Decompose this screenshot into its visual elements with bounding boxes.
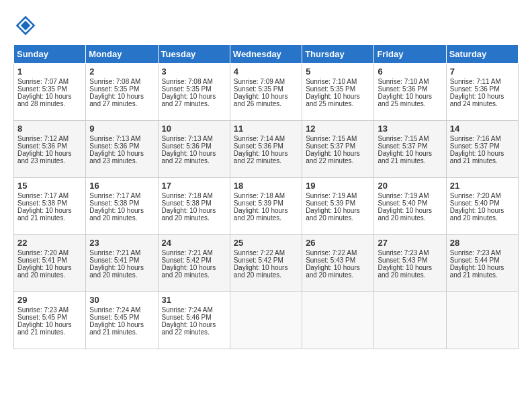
calendar-cell: 17Sunrise: 7:18 AMSunset: 5:38 PMDayligh… xyxy=(158,178,230,235)
calendar-cell: 30Sunrise: 7:24 AMSunset: 5:45 PMDayligh… xyxy=(86,292,158,349)
day-info-line: Sunset: 5:36 PM xyxy=(17,142,82,150)
day-info-line: Sunrise: 7:13 AM xyxy=(162,135,226,142)
logo-icon xyxy=(13,13,38,38)
day-info-line: Sunrise: 7:20 AM xyxy=(17,249,82,257)
day-info-line: and 23 minutes. xyxy=(17,157,82,165)
header xyxy=(13,13,519,38)
day-info-line: Sunset: 5:41 PM xyxy=(89,257,154,264)
day-info-line: Sunset: 5:36 PM xyxy=(378,85,442,93)
day-number: 23 xyxy=(89,238,154,248)
day-number: 22 xyxy=(17,238,82,248)
day-info-line: Sunrise: 7:17 AM xyxy=(17,192,82,199)
day-info-line: Sunset: 5:38 PM xyxy=(17,199,82,207)
day-number: 3 xyxy=(162,66,226,77)
day-info-line: and 20 minutes. xyxy=(162,214,226,222)
calendar-cell: 23Sunrise: 7:21 AMSunset: 5:41 PMDayligh… xyxy=(86,235,158,292)
day-info-line: and 22 minutes. xyxy=(162,157,226,165)
day-info-line: Daylight: 10 hours xyxy=(17,207,82,214)
day-number: 28 xyxy=(450,238,515,248)
day-info-line: Sunset: 5:38 PM xyxy=(162,199,226,207)
day-number: 4 xyxy=(234,66,298,77)
day-info-line: Sunset: 5:43 PM xyxy=(306,257,370,264)
day-info-line: Daylight: 10 hours xyxy=(17,150,82,157)
calendar-table: SundayMondayTuesdayWednesdayThursdayFrid… xyxy=(13,44,519,349)
day-info-line: Sunset: 5:38 PM xyxy=(89,199,154,207)
calendar-cell: 8Sunrise: 7:12 AMSunset: 5:36 PMDaylight… xyxy=(14,121,86,178)
day-info-line: Sunrise: 7:24 AM xyxy=(162,306,226,314)
day-number: 1 xyxy=(17,66,82,77)
day-info-line: Sunset: 5:45 PM xyxy=(17,314,82,321)
day-info-line: and 21 minutes. xyxy=(378,157,442,165)
day-info-line: Daylight: 10 hours xyxy=(89,150,154,157)
day-info-line: Daylight: 10 hours xyxy=(306,264,370,271)
day-info-line: and 20 minutes. xyxy=(306,214,370,222)
day-number: 17 xyxy=(162,181,226,191)
day-number: 24 xyxy=(162,238,226,248)
day-number: 25 xyxy=(234,238,298,248)
day-info-line: Sunset: 5:35 PM xyxy=(17,85,82,93)
col-header-wednesday: Wednesday xyxy=(230,45,302,64)
day-number: 11 xyxy=(234,124,298,134)
day-info-line: Sunset: 5:35 PM xyxy=(306,85,370,93)
day-info-line: Sunrise: 7:21 AM xyxy=(162,249,226,257)
col-header-friday: Friday xyxy=(374,45,446,64)
day-info-line: Sunset: 5:37 PM xyxy=(450,142,515,150)
day-info-line: Sunrise: 7:20 AM xyxy=(450,192,515,199)
calendar-cell: 10Sunrise: 7:13 AMSunset: 5:36 PMDayligh… xyxy=(158,121,230,178)
day-info-line: Daylight: 10 hours xyxy=(450,264,515,271)
day-info-line: Sunset: 5:35 PM xyxy=(162,85,226,93)
day-info-line: and 25 minutes. xyxy=(378,100,442,107)
day-info-line: Daylight: 10 hours xyxy=(234,150,298,157)
day-info-line: Sunrise: 7:24 AM xyxy=(89,306,154,314)
day-info-line: and 23 minutes. xyxy=(89,157,154,165)
day-info-line: Sunrise: 7:08 AM xyxy=(162,78,226,85)
day-number: 16 xyxy=(89,181,154,191)
calendar-cell: 29Sunrise: 7:23 AMSunset: 5:45 PMDayligh… xyxy=(14,292,86,349)
calendar-cell: 12Sunrise: 7:15 AMSunset: 5:37 PMDayligh… xyxy=(302,121,374,178)
day-info-line: and 21 minutes. xyxy=(450,157,515,165)
day-info-line: Daylight: 10 hours xyxy=(378,207,442,214)
day-info-line: Sunrise: 7:23 AM xyxy=(378,249,442,257)
day-number: 7 xyxy=(450,66,515,77)
day-info-line: Sunset: 5:36 PM xyxy=(450,85,515,93)
calendar-cell: 27Sunrise: 7:23 AMSunset: 5:43 PMDayligh… xyxy=(374,235,446,292)
day-info-line: Daylight: 10 hours xyxy=(234,264,298,271)
day-info-line: Daylight: 10 hours xyxy=(162,207,226,214)
calendar-cell: 18Sunrise: 7:18 AMSunset: 5:39 PMDayligh… xyxy=(230,178,302,235)
calendar-cell: 2Sunrise: 7:08 AMSunset: 5:35 PMDaylight… xyxy=(86,64,158,121)
day-info-line: Daylight: 10 hours xyxy=(89,321,154,328)
day-info-line: and 20 minutes. xyxy=(89,214,154,222)
calendar-cell: 4Sunrise: 7:09 AMSunset: 5:35 PMDaylight… xyxy=(230,64,302,121)
day-info-line: and 28 minutes. xyxy=(17,100,82,107)
day-info-line: Sunset: 5:44 PM xyxy=(450,257,515,264)
col-header-sunday: Sunday xyxy=(14,45,86,64)
day-info-line: Daylight: 10 hours xyxy=(306,150,370,157)
day-info-line: and 20 minutes. xyxy=(234,271,298,279)
calendar-cell: 13Sunrise: 7:15 AMSunset: 5:37 PMDayligh… xyxy=(374,121,446,178)
col-header-thursday: Thursday xyxy=(302,45,374,64)
day-info-line: Sunset: 5:36 PM xyxy=(89,142,154,150)
day-info-line: Sunrise: 7:10 AM xyxy=(306,78,370,85)
day-info-line: and 21 minutes. xyxy=(89,328,154,336)
day-number: 27 xyxy=(378,238,442,248)
day-info-line: Sunrise: 7:17 AM xyxy=(89,192,154,199)
day-info-line: and 22 minutes. xyxy=(234,157,298,165)
day-info-line: Sunrise: 7:09 AM xyxy=(234,78,298,85)
day-info-line: Sunrise: 7:15 AM xyxy=(378,135,442,142)
day-info-line: Sunrise: 7:18 AM xyxy=(234,192,298,199)
day-info-line: Sunrise: 7:15 AM xyxy=(306,135,370,142)
calendar-cell: 19Sunrise: 7:19 AMSunset: 5:39 PMDayligh… xyxy=(302,178,374,235)
day-number: 13 xyxy=(378,124,442,134)
day-info-line: and 21 minutes. xyxy=(17,328,82,336)
day-info-line: and 20 minutes. xyxy=(89,271,154,279)
day-info-line: Daylight: 10 hours xyxy=(306,207,370,214)
day-number: 26 xyxy=(306,238,370,248)
day-info-line: and 20 minutes. xyxy=(234,214,298,222)
day-info-line: and 20 minutes. xyxy=(378,214,442,222)
day-info-line: Sunrise: 7:14 AM xyxy=(234,135,298,142)
day-info-line: Sunset: 5:42 PM xyxy=(234,257,298,264)
day-number: 15 xyxy=(17,181,82,191)
day-info-line: Sunrise: 7:19 AM xyxy=(378,192,442,199)
day-info-line: and 21 minutes. xyxy=(450,271,515,279)
day-info-line: and 20 minutes. xyxy=(306,271,370,279)
